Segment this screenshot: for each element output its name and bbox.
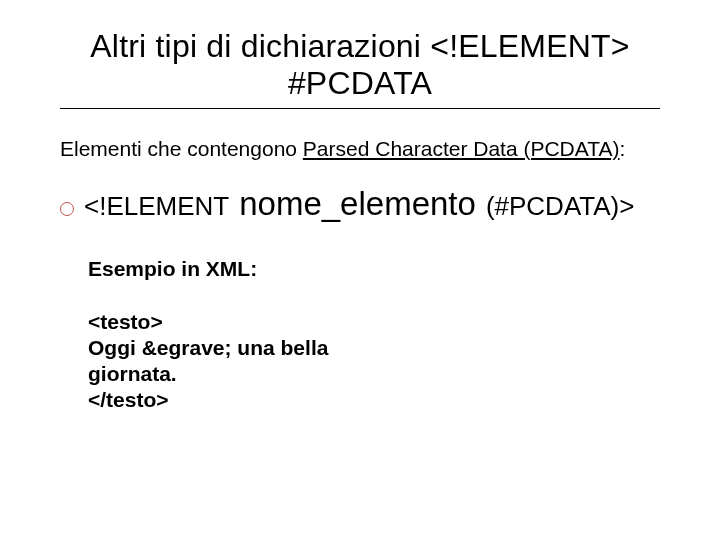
example-heading: Esempio in XML:	[88, 257, 660, 281]
slide-title: Altri tipi di dichiarazioni <!ELEMENT> #…	[60, 28, 660, 109]
decl-element-keyword: <!ELEMENT	[84, 191, 229, 222]
xml-example: <testo> Oggi &egrave; una bella giornata…	[88, 309, 378, 414]
title-line-2: #PCDATA	[60, 65, 660, 102]
code-line-1: <testo>	[88, 309, 378, 335]
decl-element-name: nome_elemento	[239, 185, 476, 223]
code-line-2: Oggi &egrave; una bella giornata.	[88, 335, 378, 388]
intro-text: Elementi che contengono Parsed Character…	[60, 137, 660, 161]
intro-suffix: :	[620, 137, 626, 160]
intro-prefix: Elementi che contengono	[60, 137, 303, 160]
bullet-circle-icon	[60, 202, 74, 216]
declaration-bullet: <!ELEMENT nome_elemento (#PCDATA)>	[60, 185, 660, 223]
slide: Altri tipi di dichiarazioni <!ELEMENT> #…	[0, 0, 720, 540]
code-line-3: </testo>	[88, 387, 378, 413]
decl-pcdata: (#PCDATA)>	[486, 191, 635, 222]
title-line-1: Altri tipi di dichiarazioni <!ELEMENT>	[60, 28, 660, 65]
intro-underlined: Parsed Character Data (PCDATA)	[303, 137, 620, 160]
